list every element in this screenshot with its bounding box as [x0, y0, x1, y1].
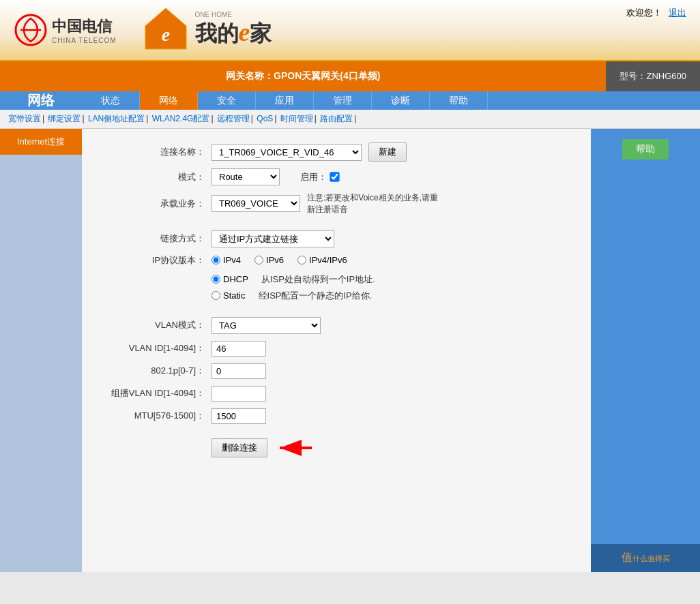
tab-manage[interactable]: 管理	[314, 91, 372, 110]
vlan-mode-row: VLAN模式： TAG	[102, 317, 570, 334]
subnav-lan[interactable]: LAN侧地址配置	[88, 114, 145, 123]
mtu-label: MTU[576-1500]：	[102, 410, 212, 422]
mtu-input[interactable]	[212, 408, 266, 424]
gateway-name: 网关名称：GPON天翼网关(4口单频)	[0, 61, 606, 91]
welcome-text: 欢迎您！	[626, 7, 662, 19]
multicast-vlan-label: 组播VLAN ID[1-4094]：	[102, 387, 212, 399]
dot1p-label: 802.1p[0-7]：	[102, 365, 212, 377]
brand-e: e	[239, 17, 250, 47]
e-home-logo: e ONE HOME 我的 e 家	[144, 7, 272, 53]
static-note: 经ISP配置一个静态的IP给你.	[259, 290, 373, 302]
service-select[interactable]: TR069_VOICE	[212, 195, 300, 212]
ipv4v6-radio[interactable]	[297, 256, 306, 265]
arrow-indicator	[274, 438, 315, 458]
mode-select[interactable]: Route	[212, 168, 280, 185]
zhihu-badge: 值什么值得买	[591, 544, 700, 572]
vlan-mode-select[interactable]: TAG	[212, 317, 321, 334]
connection-name-label: 连接名称：	[102, 146, 212, 158]
ipv4-radio-item[interactable]: IPv4	[212, 255, 241, 265]
dot1p-row: 802.1p[0-7]：	[102, 363, 570, 379]
link-type-select[interactable]: 通过IP方式建立链接	[212, 230, 334, 247]
china-telecom-logo: 中国电信 CHINA TELECOM	[14, 13, 117, 47]
content-area: 连接名称： 1_TR069_VOICE_R_VID_46 新建 模式： Rout…	[82, 129, 591, 572]
tab-app[interactable]: 应用	[256, 91, 314, 110]
dot1p-input[interactable]	[212, 363, 266, 379]
sub-nav: 宽带设置| 绑定设置| LAN侧地址配置| WLAN2.4G配置| 远程管理| …	[0, 110, 700, 129]
delete-button[interactable]: 删除连接	[212, 438, 267, 457]
ipv4-label: IPv4	[223, 255, 241, 265]
sidebar: Internet连接	[0, 129, 82, 572]
subnav-broadband[interactable]: 宽带设置	[8, 114, 41, 123]
mtu-row: MTU[576-1500]：	[102, 408, 570, 424]
enabled-checkbox[interactable]	[330, 172, 339, 181]
ipv4v6-radio-item[interactable]: IPv4/IPv6	[297, 255, 347, 265]
subnav-time[interactable]: 时间管理	[280, 114, 313, 123]
connection-name-row: 连接名称： 1_TR069_VOICE_R_VID_46 新建	[102, 142, 570, 162]
subnav-remote[interactable]: 远程管理	[217, 114, 250, 123]
link-type-label: 链接方式：	[102, 232, 212, 245]
service-row: 承载业务： TR069_VOICE 注意:若更改和Voice相关的业务,请重新注…	[102, 192, 570, 215]
vlan-mode-label: VLAN模式：	[102, 319, 212, 331]
help-button[interactable]: 帮助	[622, 139, 669, 160]
ipv6-radio-item[interactable]: IPv6	[254, 255, 284, 265]
brand-jia: 家	[250, 19, 272, 49]
zhihu-text: 值什么值得买	[598, 551, 693, 565]
top-right-bar: 欢迎您！ 退出	[626, 7, 686, 19]
new-button[interactable]: 新建	[368, 142, 407, 162]
tab-diagnose[interactable]: 诊断	[372, 91, 430, 110]
enabled-label: 启用：	[300, 171, 327, 183]
vlan-id-label: VLAN ID[1-4094]：	[102, 342, 212, 354]
subnav-wlan[interactable]: WLAN2.4G配置	[152, 114, 210, 123]
main-nav: 网络 状态 网络 安全 应用 管理 诊断 帮助	[0, 91, 700, 110]
static-label: Static	[223, 290, 246, 301]
ipv6-label: IPv6	[266, 255, 284, 265]
ip-version-row: IP协议版本： IPv4 IPv6 IPv4/IPv6	[102, 254, 570, 267]
dhcp-radio-item[interactable]: DHCP 从ISP处自动得到一个IP地址.	[212, 273, 375, 286]
link-type-row: 链接方式： 通过IP方式建立链接	[102, 230, 570, 247]
ipv6-radio[interactable]	[254, 256, 263, 265]
ip-version-radio-group: IPv4 IPv6 IPv4/IPv6	[212, 255, 347, 265]
dhcp-row: DHCP 从ISP处自动得到一个IP地址. Static 经ISP配置一个静态的…	[102, 273, 570, 302]
page-title: 网络	[0, 91, 82, 110]
tab-network[interactable]: 网络	[140, 91, 198, 110]
dhcp-label: DHCP	[223, 274, 248, 284]
model-info: 型号：ZNHG600	[606, 61, 700, 91]
logout-link[interactable]: 退出	[669, 7, 686, 19]
dhcp-note: 从ISP处自动得到一个IP地址.	[261, 273, 375, 286]
subnav-qos[interactable]: QoS	[257, 114, 273, 123]
tab-status[interactable]: 状态	[82, 91, 140, 110]
subnav-route[interactable]: 路由配置	[320, 114, 353, 123]
static-radio-item[interactable]: Static 经ISP配置一个静态的IP给你.	[212, 290, 375, 302]
tab-help[interactable]: 帮助	[430, 91, 488, 110]
main-content: Internet连接 连接名称： 1_TR069_VOICE_R_VID_46 …	[0, 129, 700, 572]
multicast-vlan-row: 组播VLAN ID[1-4094]：	[102, 386, 570, 402]
ip-version-label: IP协议版本：	[102, 254, 212, 267]
connection-name-select[interactable]: 1_TR069_VOICE_R_VID_46	[212, 144, 362, 161]
ipv4v6-label: IPv4/IPv6	[309, 255, 347, 265]
vlan-id-input[interactable]	[212, 341, 266, 357]
sidebar-item-internet[interactable]: Internet连接	[0, 129, 82, 155]
delete-row: 删除连接	[102, 438, 570, 458]
subnav-bind[interactable]: 绑定设置	[48, 114, 81, 123]
mode-label: 模式：	[102, 171, 212, 183]
tab-security[interactable]: 安全	[198, 91, 256, 110]
service-note: 注意:若更改和Voice相关的业务,请重新注册语音	[307, 192, 443, 215]
svg-text:e: e	[161, 24, 169, 45]
dhcp-radio[interactable]	[212, 275, 220, 284]
header: 中国电信 CHINA TELECOM e	[0, 0, 700, 61]
service-label: 承载业务：	[102, 198, 212, 210]
ct-sub-text: CHINA TELECOM	[52, 37, 117, 44]
mode-row: 模式： Route 启用：	[102, 168, 570, 185]
vlan-id-row: VLAN ID[1-4094]：	[102, 341, 570, 357]
brand-wo: 我的	[195, 19, 239, 49]
ct-brand-text: 中国电信	[52, 16, 117, 37]
gateway-bar: 网关名称：GPON天翼网关(4口单频) 型号：ZNHG600	[0, 61, 700, 91]
multicast-vlan-input[interactable]	[212, 386, 266, 402]
static-radio[interactable]	[212, 291, 220, 300]
ipv4-radio[interactable]	[212, 256, 220, 265]
help-panel: 帮助 值什么值得买	[591, 129, 700, 572]
